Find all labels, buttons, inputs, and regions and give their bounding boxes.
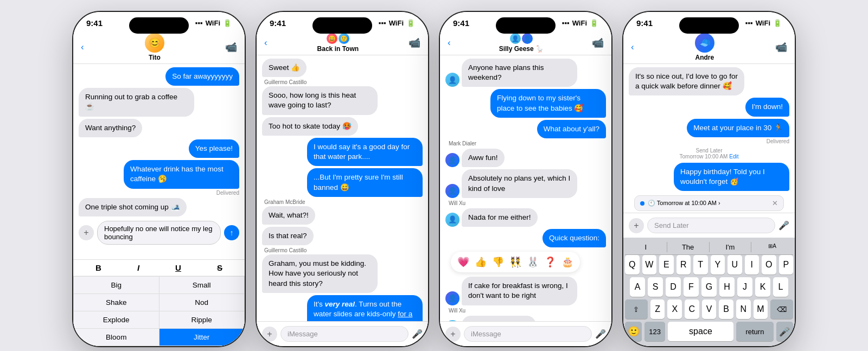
mic-button-4[interactable]: 🎤: [778, 220, 789, 231]
msg-3-8: 👤 If cake for breakfast is wrong, I don'…: [445, 277, 606, 305]
send-later-bar[interactable]: 🕙 Tomorrow at 10:00 AM › ✕: [634, 195, 784, 211]
kb-a[interactable]: A: [630, 277, 645, 297]
react-people[interactable]: 👯: [509, 256, 521, 268]
mic-button-2[interactable]: 🎤: [412, 329, 423, 339]
msg-2-3: Too hot to skate today 🥵: [262, 117, 423, 136]
plus-button-3[interactable]: +: [445, 327, 461, 342]
effect-bloom[interactable]: Bloom: [74, 329, 159, 346]
group-avatar-3a: 👤: [510, 33, 521, 44]
effect-explode[interactable]: Explode: [74, 311, 159, 328]
group-avatars-3: 👤 👤: [451, 33, 592, 44]
kb-return[interactable]: return: [736, 322, 774, 341]
kb-f[interactable]: F: [684, 277, 699, 297]
kb-o[interactable]: O: [762, 255, 776, 275]
kb-e[interactable]: E: [659, 255, 674, 275]
edit-link[interactable]: Edit: [729, 154, 738, 159]
message-input-4[interactable]: Send Later: [647, 218, 775, 233]
plus-button-1[interactable]: +: [79, 225, 94, 240]
kb-p[interactable]: P: [779, 255, 794, 275]
message-input-3[interactable]: iMessage: [464, 326, 592, 342]
kb-row-3: ⇧ Z X C V B N M ⌫: [625, 299, 793, 319]
bubble-2-8: Graham, you must be kidding. How have yo…: [262, 254, 378, 293]
bubble-3-1: Anyone have plans this weekend?: [462, 59, 577, 87]
kb-x[interactable]: X: [667, 299, 682, 319]
wifi-icon-3: WiFi: [572, 19, 587, 27]
kb-r[interactable]: R: [676, 255, 691, 275]
kb-t[interactable]: T: [693, 255, 708, 275]
react-thumbsup[interactable]: 👍: [475, 256, 487, 268]
video-button-4[interactable]: 📹: [775, 41, 787, 53]
kb-k[interactable]: K: [755, 277, 770, 297]
time-2: 9:41: [270, 18, 286, 28]
kb-v[interactable]: V: [702, 299, 717, 319]
kb-mic[interactable]: 🎤: [776, 322, 793, 341]
phone-4: 9:41 ▪▪▪ WiFi 🔋 ‹ 🧢 Andre 📹 It's so nice…: [622, 11, 796, 347]
kb-shift[interactable]: ⇧: [625, 299, 648, 319]
effect-ripple[interactable]: Ripple: [159, 311, 245, 328]
effect-jitter[interactable]: Jitter: [159, 329, 245, 346]
kb-123[interactable]: 123: [644, 322, 665, 341]
bubble-2-5: ...But I'm pretty sure I'm still banned …: [307, 168, 423, 196]
kb-sugg-im[interactable]: I'm: [710, 242, 751, 252]
video-button-2[interactable]: 📹: [409, 37, 420, 49]
effect-nod[interactable]: Nod: [159, 294, 245, 311]
bubble-1-6: One triple shot coming up 🎿: [79, 198, 187, 216]
kb-z[interactable]: Z: [650, 299, 665, 319]
msg-3-4: 👤 Aww fun!: [445, 149, 606, 167]
react-thumbsdown[interactable]: 👎: [492, 256, 504, 268]
react-cake[interactable]: 🎂: [561, 256, 573, 268]
msg-3-5: 👤 Absolutely no plans yet, which I kind …: [445, 169, 606, 197]
effect-small[interactable]: Small: [159, 277, 245, 293]
kb-sugg-aa[interactable]: ⊞A: [751, 242, 793, 252]
kb-i[interactable]: I: [745, 255, 760, 275]
kb-j[interactable]: J: [737, 277, 752, 297]
bold-btn[interactable]: B: [91, 262, 106, 273]
input-area-4: + Send Later 🎤: [623, 213, 795, 238]
kb-space[interactable]: space: [668, 322, 733, 341]
react-question[interactable]: ❓: [544, 256, 556, 268]
message-input-2[interactable]: iMessage: [280, 326, 409, 342]
kb-d[interactable]: D: [666, 277, 681, 297]
kb-w[interactable]: W: [642, 255, 657, 275]
kb-l[interactable]: L: [773, 277, 788, 297]
kb-sugg-the[interactable]: The: [667, 242, 709, 252]
send-button-1[interactable]: ↑: [224, 225, 239, 240]
react-rabbit[interactable]: 🐰: [527, 256, 539, 268]
bubble-4-1: It's so nice out, I'd love to go for a q…: [629, 67, 744, 95]
dynamic-island-1: [129, 17, 189, 34]
kb-delete[interactable]: ⌫: [770, 299, 793, 319]
mic-button-3[interactable]: 🎤: [595, 329, 606, 339]
kb-c[interactable]: C: [685, 299, 699, 319]
strikethrough-btn[interactable]: S: [213, 262, 227, 273]
kb-n[interactable]: N: [736, 299, 751, 319]
video-button-1[interactable]: 📹: [225, 41, 237, 53]
kb-sugg-i[interactable]: I: [625, 242, 667, 252]
plus-button-2[interactable]: +: [262, 327, 277, 342]
effect-shake[interactable]: Shake: [74, 294, 159, 311]
underline-btn[interactable]: U: [171, 262, 186, 273]
input-row-2: + iMessage 🎤: [262, 326, 423, 342]
kb-s[interactable]: S: [648, 277, 663, 297]
send-later-close[interactable]: ✕: [772, 199, 778, 207]
bubble-2-9: It's very real. Turns out the water slid…: [307, 295, 423, 321]
kb-emoji[interactable]: 🙂: [625, 322, 642, 341]
kb-u[interactable]: U: [727, 255, 742, 275]
dynamic-island-4: [679, 17, 739, 34]
msg-2-2: Guillermo Castillo Sooo, how long is thi…: [262, 79, 423, 114]
kb-q[interactable]: Q: [625, 255, 640, 275]
kb-b[interactable]: B: [719, 299, 733, 319]
message-input-1[interactable]: Hopefully no one will notice my leg boun…: [97, 221, 221, 245]
msg-3-1: 👤 Anyone have plans this weekend?: [445, 59, 606, 87]
kb-g[interactable]: G: [701, 277, 717, 297]
kb-h[interactable]: H: [719, 277, 735, 297]
react-heart[interactable]: 💗: [457, 256, 469, 268]
nav-center-4: 🧢 Andre: [634, 33, 775, 61]
kb-m[interactable]: M: [754, 299, 768, 319]
effect-big[interactable]: Big: [74, 277, 159, 293]
kb-y[interactable]: Y: [711, 255, 725, 275]
italic-btn[interactable]: I: [133, 262, 144, 273]
kb-row-4: 🙂 123 space return 🎤: [625, 322, 793, 341]
avatar-4: 🧢: [695, 33, 714, 53]
video-button-3[interactable]: 📹: [592, 37, 604, 49]
plus-button-4[interactable]: +: [629, 218, 644, 233]
